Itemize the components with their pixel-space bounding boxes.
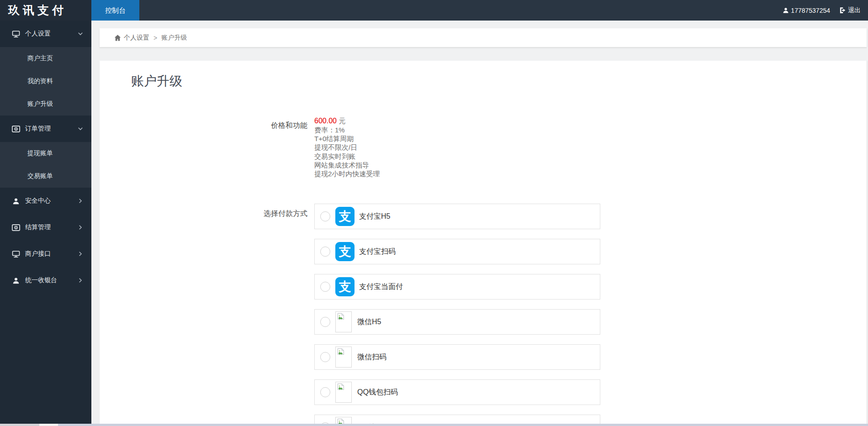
broken-image-icon bbox=[335, 311, 352, 332]
payment-option-label: 支付宝H5 bbox=[359, 212, 390, 221]
chevron-down-icon bbox=[78, 31, 83, 37]
broken-image-icon bbox=[335, 347, 352, 368]
sidebar-item-settlement-mgmt[interactable]: 结算管理 bbox=[0, 214, 91, 241]
sidebar-item-label: 结算管理 bbox=[25, 223, 51, 231]
price-unit: 元 bbox=[339, 117, 345, 125]
brand-logo: 玖讯支付 bbox=[0, 0, 91, 21]
sidebar-item-label: 统一收银台 bbox=[25, 276, 57, 284]
sidebar-item-account-upgrade[interactable]: 账户升级 bbox=[0, 93, 91, 116]
sidebar-item-merchant-home[interactable]: 商户主页 bbox=[0, 47, 91, 70]
payment-option-label: QQ钱包扫码 bbox=[357, 388, 398, 397]
price-features: 600.00 元 费率：1%T+0结算周期提现不限次/日交易实时到账网站集成技术… bbox=[314, 116, 380, 178]
tab-console[interactable]: 控制台 bbox=[91, 0, 139, 21]
sidebar-menu: 个人设置商户主页我的资料账户升级订单管理提现账单交易账单安全中心结算管理商户接口… bbox=[0, 21, 91, 294]
payment-option-alipay-f2f[interactable]: 支支付宝当面付 bbox=[314, 274, 600, 300]
radio-wechat-h5[interactable] bbox=[320, 317, 330, 327]
payment-option-alipay-qr[interactable]: 支支付宝扫码 bbox=[314, 239, 600, 264]
scrollbar-thumb[interactable] bbox=[39, 424, 58, 426]
payment-option-qq-wallet-qr[interactable]: QQ钱包扫码 bbox=[314, 379, 600, 405]
sidebar-item-transaction-bills[interactable]: 交易账单 bbox=[0, 165, 91, 188]
breadcrumb-current: 账户升级 bbox=[161, 34, 187, 42]
submenu-order-management: 提现账单交易账单 bbox=[0, 142, 91, 188]
radio-alipay-h5[interactable] bbox=[320, 211, 330, 221]
sidebar-item-label: 个人设置 bbox=[25, 30, 51, 38]
logout-label: 退出 bbox=[848, 6, 861, 15]
chevron-right-icon bbox=[78, 251, 83, 257]
sidebar-item-order-management[interactable]: 订单管理 bbox=[0, 116, 91, 142]
payment-method-list: 支支付宝H5支支付宝扫码支支付宝当面付微信H5微信扫码QQ钱包扫码QQ钱包H5 bbox=[314, 204, 600, 426]
content-area: 个人设置 > 账户升级 账户升级 价格和功能 600.00 元 费率：1%T+0… bbox=[91, 21, 868, 426]
price-label: 价格和功能 bbox=[100, 116, 307, 178]
sidebar-item-my-profile[interactable]: 我的资料 bbox=[0, 70, 91, 93]
logout-button[interactable]: 退出 bbox=[839, 6, 861, 15]
feature-line: 费率：1% bbox=[314, 126, 380, 134]
top-navbar: 玖讯支付 控制台 17787537254 退出 bbox=[0, 0, 868, 21]
sidebar-item-label: 商户接口 bbox=[25, 250, 51, 258]
breadcrumb-home[interactable]: 个人设置 bbox=[124, 34, 149, 42]
scrollbar-track-right bbox=[58, 424, 868, 426]
broken-image-icon bbox=[335, 382, 352, 403]
chevron-right-icon bbox=[78, 198, 83, 204]
payment-option-wechat-h5[interactable]: 微信H5 bbox=[314, 309, 600, 335]
payment-option-wechat-qr[interactable]: 微信扫码 bbox=[314, 344, 600, 370]
money-icon bbox=[12, 224, 20, 231]
logout-icon bbox=[839, 7, 846, 14]
payment-option-label: 微信H5 bbox=[357, 317, 381, 327]
chevron-right-icon bbox=[78, 278, 83, 283]
radio-alipay-qr[interactable] bbox=[320, 247, 330, 257]
radio-qq-wallet-qr[interactable] bbox=[320, 387, 330, 397]
alipay-icon: 支 bbox=[335, 277, 355, 296]
navbar-right: 17787537254 退出 bbox=[783, 0, 861, 21]
upgrade-card: 账户升级 价格和功能 600.00 元 费率：1%T+0结算周期提现不限次/日交… bbox=[100, 61, 867, 426]
sidebar-item-personal-settings[interactable]: 个人设置 bbox=[0, 21, 91, 47]
user-icon bbox=[12, 277, 20, 284]
sidebar-item-security-center[interactable]: 安全中心 bbox=[0, 188, 91, 214]
payment-option-label: 支付宝当面付 bbox=[359, 282, 403, 292]
price-line: 600.00 元 bbox=[314, 116, 380, 126]
payment-method-label: 选择付款方式 bbox=[100, 204, 307, 426]
feature-line: 网站集成技术指导 bbox=[314, 161, 380, 169]
radio-wechat-qr[interactable] bbox=[320, 352, 330, 362]
price-amount: 600.00 bbox=[314, 117, 337, 125]
sidebar-item-withdraw-bills[interactable]: 提现账单 bbox=[0, 142, 91, 165]
feature-list: 费率：1%T+0结算周期提现不限次/日交易实时到账网站集成技术指导提现2小时内快… bbox=[314, 126, 380, 178]
payment-option-label: 支付宝扫码 bbox=[359, 247, 396, 257]
chevron-down-icon bbox=[78, 126, 83, 131]
scrollbar-track-left bbox=[0, 424, 39, 426]
payment-section: 选择付款方式 支支付宝H5支支付宝扫码支支付宝当面付微信H5微信扫码QQ钱包扫码… bbox=[100, 204, 600, 426]
radio-alipay-f2f[interactable] bbox=[320, 282, 330, 292]
submenu-personal-settings: 商户主页我的资料账户升级 bbox=[0, 47, 91, 116]
page-title: 账户升级 bbox=[131, 73, 182, 90]
price-section: 价格和功能 600.00 元 费率：1%T+0结算周期提现不限次/日交易实时到账… bbox=[100, 116, 380, 178]
username: 17787537254 bbox=[791, 7, 830, 14]
home-icon bbox=[114, 35, 121, 41]
payment-option-label: 微信扫码 bbox=[357, 352, 386, 362]
feature-line: T+0结算周期 bbox=[314, 134, 380, 143]
sidebar: 个人设置商户主页我的资料账户升级订单管理提现账单交易账单安全中心结算管理商户接口… bbox=[0, 21, 91, 426]
user-menu[interactable]: 17787537254 bbox=[783, 7, 830, 14]
feature-line: 交易实时到账 bbox=[314, 152, 380, 161]
desktop-icon bbox=[12, 250, 20, 258]
sidebar-item-unified-checkout[interactable]: 统一收银台 bbox=[0, 267, 91, 294]
breadcrumb: 个人设置 > 账户升级 bbox=[100, 28, 867, 47]
horizontal-scrollbar[interactable] bbox=[0, 424, 868, 426]
desktop-icon bbox=[12, 30, 20, 38]
feature-line: 提现2小时内快速受理 bbox=[314, 169, 380, 178]
sidebar-item-merchant-api[interactable]: 商户接口 bbox=[0, 241, 91, 267]
sidebar-item-label: 安全中心 bbox=[25, 197, 51, 205]
breadcrumb-separator: > bbox=[153, 34, 157, 42]
alipay-icon: 支 bbox=[335, 242, 355, 261]
alipay-icon: 支 bbox=[335, 207, 355, 226]
payment-option-alipay-h5[interactable]: 支支付宝H5 bbox=[314, 204, 600, 229]
money-icon bbox=[12, 126, 20, 132]
person-icon bbox=[783, 7, 789, 14]
feature-line: 提现不限次/日 bbox=[314, 143, 380, 152]
chevron-right-icon bbox=[78, 225, 83, 230]
sidebar-item-label: 订单管理 bbox=[25, 125, 51, 133]
user-icon bbox=[12, 197, 20, 205]
